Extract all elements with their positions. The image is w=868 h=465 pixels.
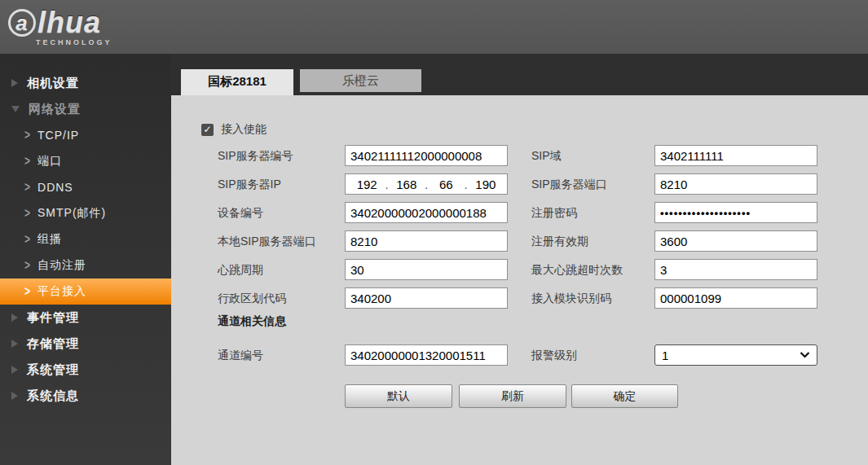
sidebar-item-camera-settings[interactable]: 相机设置 [0, 70, 171, 96]
dahua-logo-ring-icon: a [8, 9, 36, 37]
alarm-level-select[interactable]: 1 [654, 344, 817, 366]
access-module-id-label: 接入模块识别码 [531, 287, 611, 309]
confirm-button[interactable]: 确定 [571, 384, 678, 408]
chevron-right-icon: > [24, 284, 30, 299]
admin-division-code-input[interactable] [345, 287, 508, 309]
triangle-right-icon [11, 340, 18, 348]
sidebar: 相机设置 网络设置 > TCP/IP > 端口 > DDNS > SMTP(邮件… [0, 54, 171, 465]
sidebar-item-ddns[interactable]: > DDNS [0, 174, 171, 200]
sidebar-item-platform-access[interactable]: > 平台接入 [0, 279, 171, 305]
sidebar-item-smtp[interactable]: > SMTP(邮件) [0, 200, 171, 226]
dahua-logo-technology: TECHNOLOGY [36, 39, 112, 46]
chevron-right-icon: > [24, 154, 30, 169]
sip-domain-label: SIP域 [531, 145, 562, 166]
register-validity-label: 注册有效期 [531, 230, 588, 252]
channel-number-input[interactable] [345, 344, 508, 366]
device-id-label: 设备编号 [218, 202, 263, 223]
register-password-input[interactable] [654, 202, 817, 223]
channel-number-label: 通道编号 [218, 344, 263, 366]
header: alhua TECHNOLOGY [0, 0, 868, 54]
heartbeat-period-label: 心跳周期 [218, 259, 263, 280]
sidebar-item-storage-management[interactable]: 存储管理 [0, 331, 171, 357]
sidebar-item-event-management[interactable]: 事件管理 [0, 305, 171, 331]
sip-server-number-input[interactable] [345, 145, 508, 166]
local-sip-port-input[interactable] [345, 230, 508, 252]
chevron-right-icon: > [24, 206, 30, 221]
enable-access-label: 接入使能 [221, 122, 267, 137]
sip-server-number-label: SIP服务器编号 [218, 145, 293, 166]
sidebar-item-network-settings[interactable]: 网络设置 [0, 96, 171, 122]
channel-info-section-title: 通道相关信息 [218, 314, 286, 329]
enable-access-checkbox[interactable]: ✓ [201, 124, 214, 136]
sidebar-item-multicast[interactable]: > 组播 [0, 226, 171, 252]
heartbeat-period-input[interactable] [345, 259, 508, 280]
alarm-level-label: 报警级别 [531, 344, 577, 366]
default-button[interactable]: 默认 [345, 384, 452, 408]
triangle-right-icon [11, 314, 18, 322]
triangle-right-icon [11, 366, 18, 374]
sidebar-item-tcpip[interactable]: > TCP/IP [0, 122, 171, 148]
register-password-label: 注册密码 [531, 202, 577, 223]
sip-domain-input[interactable] [654, 145, 817, 166]
sidebar-item-auto-register[interactable]: > 自动注册 [0, 252, 171, 279]
triangle-down-icon [11, 106, 20, 112]
tab-gb28181[interactable]: 国标28181 [181, 69, 293, 95]
tab-bar: 国标28181 乐橙云 [171, 54, 868, 95]
check-icon: ✓ [203, 124, 211, 135]
chevron-down-icon [800, 352, 810, 358]
dahua-web-app: alhua TECHNOLOGY 相机设置 网络设置 > TCP/IP > 端口 [0, 0, 868, 465]
sip-server-ip-input[interactable]: 192 . 168 . 66 . 190 [345, 173, 508, 195]
dahua-logo-wordmark: alhua [8, 8, 112, 37]
device-id-input[interactable] [345, 202, 508, 223]
content-panel: ✓ 接入使能 SIP服务器编号 SIP域 SIP服务器IP 192 . [171, 95, 868, 465]
tab-lechange-cloud[interactable]: 乐橙云 [300, 69, 421, 92]
sip-server-port-input[interactable] [654, 173, 817, 195]
sidebar-item-system-info[interactable]: 系统信息 [0, 383, 171, 409]
max-heartbeat-timeout-input[interactable] [654, 259, 817, 280]
sip-server-port-label: SIP服务器端口 [531, 173, 607, 195]
chevron-right-icon: > [24, 180, 30, 195]
chevron-right-icon: > [24, 258, 30, 273]
dahua-logo: alhua TECHNOLOGY [8, 8, 112, 46]
triangle-right-icon [11, 392, 18, 400]
refresh-button[interactable]: 刷新 [459, 384, 566, 408]
chevron-right-icon: > [24, 232, 30, 247]
max-heartbeat-timeout-label: 最大心跳超时次数 [531, 259, 623, 280]
sidebar-item-system-management[interactable]: 系统管理 [0, 357, 171, 383]
sidebar-item-port[interactable]: > 端口 [0, 148, 171, 174]
admin-division-code-label: 行政区划代码 [218, 287, 286, 309]
local-sip-port-label: 本地SIP服务器端口 [218, 230, 316, 252]
triangle-right-icon [11, 79, 18, 87]
alarm-level-value: 1 [662, 349, 668, 362]
register-validity-input[interactable] [654, 230, 817, 252]
access-module-id-input[interactable] [654, 287, 817, 309]
sip-server-ip-label: SIP服务器IP [218, 173, 281, 195]
chevron-right-icon: > [24, 128, 30, 143]
